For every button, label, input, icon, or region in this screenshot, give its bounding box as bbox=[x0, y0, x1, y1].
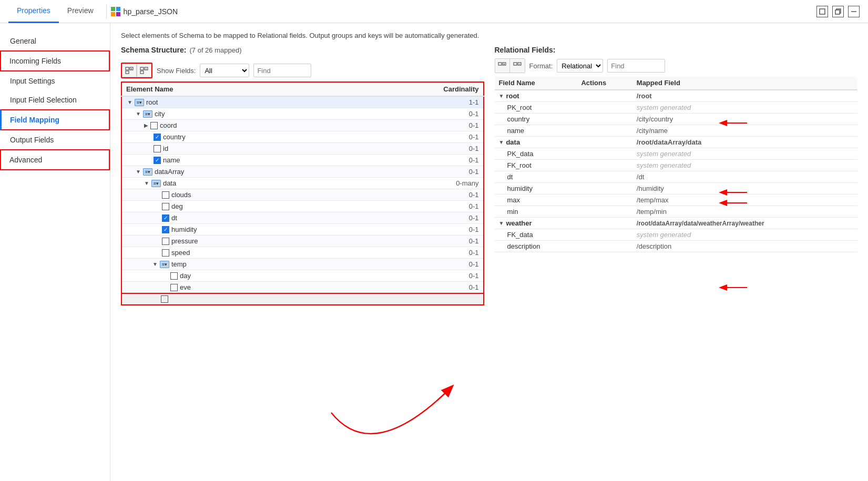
svg-rect-18 bbox=[498, 63, 502, 65]
sidebar-item-field-mapping[interactable]: Field Mapping bbox=[0, 109, 110, 130]
cardinality-cell: 0-1 bbox=[355, 224, 484, 236]
row-checkbox[interactable] bbox=[162, 203, 169, 210]
table-row[interactable]: ▶ coord 0-1 bbox=[121, 120, 484, 131]
row-checkbox[interactable]: ✓ bbox=[154, 157, 161, 164]
mapped-field-cell: system generated bbox=[632, 148, 857, 160]
expand-icon[interactable]: ▼ bbox=[136, 111, 141, 117]
actions-cell bbox=[577, 229, 632, 241]
show-fields-select[interactable]: All Mapped Unmapped bbox=[200, 64, 249, 77]
section-expand-icon[interactable]: ▼ bbox=[499, 93, 504, 99]
sidebar-item-advanced[interactable]: Advanced bbox=[0, 149, 110, 170]
right-collapse-all-button[interactable] bbox=[510, 59, 525, 73]
actions-cell bbox=[577, 148, 632, 160]
table-row[interactable]: ▼ ≡▾ data 0-many bbox=[121, 178, 484, 189]
row-checkbox[interactable] bbox=[162, 238, 169, 245]
expand-icon[interactable]: ▶ bbox=[144, 122, 148, 128]
expand-icon[interactable]: ▼ bbox=[144, 180, 149, 186]
field-name-cell: max bbox=[495, 195, 577, 206]
element-name: temp bbox=[171, 260, 187, 268]
row-checkbox[interactable] bbox=[170, 272, 178, 280]
table-row[interactable]: ✓ humidity 0-1 bbox=[121, 224, 484, 236]
table-row[interactable]: ▼ ≡▾ dataArray 0-1 bbox=[121, 166, 484, 178]
tab-preview[interactable]: Preview bbox=[59, 0, 102, 23]
minimize-icon[interactable] bbox=[848, 6, 860, 17]
expand-icon[interactable]: ▼ bbox=[127, 99, 132, 105]
sidebar-item-input-settings[interactable]: Input Settings bbox=[0, 71, 110, 90]
table-row[interactable]: country /city/country bbox=[495, 114, 858, 125]
table-row[interactable]: FK_data system generated bbox=[495, 229, 858, 241]
table-row[interactable]: id 0-1 bbox=[121, 143, 484, 155]
cardinality-cell: 0-1 bbox=[355, 282, 484, 294]
row-checkbox[interactable] bbox=[154, 145, 161, 152]
schema-subtitle: (7 of 26 mapped) bbox=[189, 46, 241, 54]
table-row[interactable]: min /temp/min bbox=[495, 206, 858, 218]
actions-cell bbox=[577, 183, 632, 195]
restore-icon[interactable] bbox=[832, 6, 844, 17]
table-row[interactable]: humidity /humidity bbox=[495, 183, 858, 195]
right-expand-all-button[interactable] bbox=[495, 59, 510, 73]
row-checkbox[interactable] bbox=[150, 122, 158, 129]
table-row[interactable]: dt /dt bbox=[495, 171, 858, 183]
table-row[interactable]: description /description bbox=[495, 241, 858, 252]
node-icon: ≡▾ bbox=[143, 110, 152, 118]
expand-icon[interactable]: ▼ bbox=[136, 169, 141, 175]
row-checkbox[interactable]: ✓ bbox=[154, 134, 161, 141]
element-name: pressure bbox=[171, 237, 198, 245]
row-checkbox[interactable]: ✓ bbox=[162, 214, 169, 222]
table-row[interactable]: max /temp/max bbox=[495, 195, 858, 206]
col-field-name: Field Name bbox=[495, 76, 577, 90]
table-row[interactable]: name /city/name bbox=[495, 125, 858, 137]
row-checkbox[interactable] bbox=[161, 295, 168, 303]
section-expand-icon[interactable]: ▼ bbox=[499, 139, 504, 145]
section-row-weather[interactable]: ▼ weather /root/dataArray/data/weatherAr… bbox=[495, 218, 858, 229]
svg-rect-1 bbox=[116, 7, 120, 11]
sidebar: General Incoming Fields Input Settings I… bbox=[0, 23, 110, 481]
element-name: humidity bbox=[171, 226, 197, 233]
table-row[interactable]: ✓ country 0-1 bbox=[121, 131, 484, 143]
table-row[interactable]: PK_data system generated bbox=[495, 148, 858, 160]
maximize-icon[interactable] bbox=[816, 6, 828, 17]
table-row[interactable]: ✓ dt 0-1 bbox=[121, 212, 484, 224]
cardinality-cell: 0-1 bbox=[355, 155, 484, 166]
table-row[interactable]: ▼ ≡▾ city 0-1 bbox=[121, 108, 484, 120]
table-row[interactable]: ▼ ≡▾ root 1-1 bbox=[121, 96, 484, 108]
window-title: hp_parse_JSON bbox=[124, 7, 178, 16]
table-row[interactable]: PK_root system generated bbox=[495, 102, 858, 114]
table-row[interactable]: eve 0-1 bbox=[121, 282, 484, 294]
format-label: Format: bbox=[529, 62, 553, 70]
section-expand-icon[interactable]: ▼ bbox=[499, 220, 504, 226]
sidebar-item-input-field-selection[interactable]: Input Field Selection bbox=[0, 90, 110, 109]
cardinality-cell: 0-1 bbox=[355, 236, 484, 247]
expand-icon[interactable]: ▼ bbox=[152, 261, 158, 267]
left-toolbar: Show Fields: All Mapped Unmapped bbox=[121, 63, 484, 78]
sidebar-item-general[interactable]: General bbox=[0, 32, 110, 50]
expand-all-button[interactable] bbox=[122, 64, 137, 77]
table-row[interactable]: pressure 0-1 bbox=[121, 236, 484, 247]
mapped-field-cell: /humidity bbox=[632, 183, 857, 195]
row-checkbox[interactable] bbox=[162, 249, 169, 257]
tab-properties[interactable]: Properties bbox=[8, 0, 59, 23]
sidebar-item-incoming-fields[interactable]: Incoming Fields bbox=[0, 50, 110, 71]
mapped-field-cell: /dt bbox=[632, 171, 857, 183]
table-row[interactable]: ▼ ≡▾ temp 0-1 bbox=[121, 259, 484, 270]
element-name: day bbox=[180, 272, 191, 280]
col-element-name: Element Name bbox=[121, 82, 355, 96]
field-name-cell: FK_root bbox=[495, 160, 577, 171]
table-row[interactable]: day 0-1 bbox=[121, 270, 484, 282]
section-row-root[interactable]: ▼ root /root bbox=[495, 90, 858, 102]
format-select[interactable]: Relational Flat bbox=[557, 59, 603, 73]
table-row[interactable]: ✓ name 0-1 bbox=[121, 155, 484, 166]
table-row[interactable]: clouds 0-1 bbox=[121, 189, 484, 201]
left-find-input[interactable] bbox=[253, 64, 311, 77]
row-checkbox[interactable] bbox=[170, 284, 178, 291]
right-find-input[interactable] bbox=[607, 59, 665, 73]
sidebar-item-output-fields[interactable]: Output Fields bbox=[0, 130, 110, 149]
table-row[interactable]: deg 0-1 bbox=[121, 201, 484, 212]
collapse-all-button[interactable] bbox=[137, 64, 151, 77]
section-row-data[interactable]: ▼ data /root/dataArray/data bbox=[495, 137, 858, 148]
panels: Schema Structure: (7 of 26 mapped) bbox=[121, 46, 857, 466]
row-checkbox[interactable] bbox=[162, 191, 169, 199]
row-checkbox[interactable]: ✓ bbox=[162, 226, 169, 233]
table-row[interactable]: speed 0-1 bbox=[121, 247, 484, 259]
table-row[interactable]: FK_root system generated bbox=[495, 160, 858, 171]
